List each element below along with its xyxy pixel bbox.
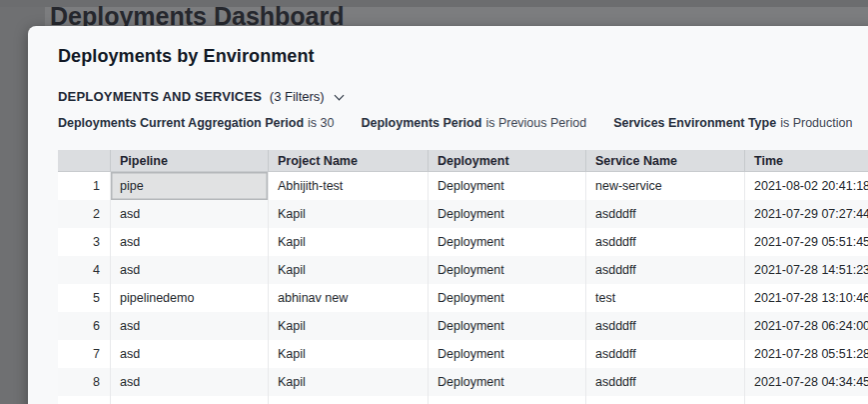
cell-time[interactable]: 2021-08-02 20:41:18 [744,172,868,200]
cell-project[interactable]: Kapil [268,312,428,340]
filter-chip[interactable]: Services Environment Typeis Production [613,116,852,130]
cell-project[interactable]: Kapil [268,340,428,368]
row-number-cell[interactable]: 7 [58,340,110,368]
filter-name: Services Environment Type [613,116,776,130]
table-body: 1pipeAbhijith-testDeploymentnew-service2… [58,172,868,404]
cell-time[interactable]: 2021-07-28 04:34:45 [744,396,868,404]
cell-time[interactable]: 2021-07-28 14:51:23 [744,256,868,284]
table-row[interactable]: 7asdKapilDeploymentasdddff2021-07-28 05:… [58,340,868,368]
table-row[interactable]: 3asdKapilDeploymentasdddff2021-07-29 05:… [58,228,868,256]
row-number-cell[interactable]: 5 [58,284,110,312]
cell-deployment[interactable]: Deployment [428,200,585,228]
active-filters-row: Deployments Current Aggregation Periodis… [58,116,852,130]
cell-deployment[interactable]: Deployment [428,284,585,312]
column-header-service[interactable]: Service Name [585,150,744,172]
filters-header-toggle[interactable]: DEPLOYMENTS AND SERVICES (3 Filters) [58,89,343,104]
row-number-cell[interactable]: 3 [58,228,110,256]
filters-count-label: (3 Filters) [270,89,325,104]
cell-time[interactable]: 2021-07-29 05:51:45 [744,228,868,256]
cell-deployment[interactable]: Deployment [428,228,585,256]
cell-pipeline[interactable]: asd [110,396,268,404]
cell-time[interactable]: 2021-07-28 13:10:46 [744,284,868,312]
cell-pipeline[interactable]: asd [110,228,268,256]
cell-pipeline[interactable]: asd [110,256,268,284]
cell-service[interactable]: asdddff [585,228,744,256]
filter-condition: is Previous Period [485,116,586,130]
cell-time[interactable]: 2021-07-28 05:51:28 [744,340,868,368]
table-row[interactable]: 4asdKapilDeploymentasdddff2021-07-28 14:… [58,256,868,284]
modal-title: Deployments by Environment [58,46,315,67]
cell-project[interactable]: Abhijith-test [268,172,428,200]
row-number-cell[interactable]: 9 [58,396,110,404]
row-number-cell[interactable]: 8 [58,368,110,396]
cell-deployment[interactable]: Deployment [428,368,585,396]
cell-deployment[interactable]: Deployment [428,396,585,404]
cell-service[interactable]: test [585,284,744,312]
cell-time[interactable]: 2021-07-28 06:24:00 [744,312,868,340]
cell-service[interactable]: asdddff [585,368,744,396]
deployments-by-environment-modal: Deployments by Environment DEPLOYMENTS A… [28,26,868,404]
cell-service[interactable]: new-service [585,172,744,200]
filter-chip[interactable]: Deployments Current Aggregation Periodis… [58,116,335,130]
table-row[interactable]: 8asdKapilDeploymentasdddff2021-07-28 04:… [58,368,868,396]
column-header-project[interactable]: Project Name [268,150,428,172]
filter-condition: is 30 [308,116,334,130]
deployments-table: PipelineProject NameDeploymentService Na… [58,150,868,404]
cell-service[interactable]: asdddff [585,340,744,368]
table-row[interactable]: 1pipeAbhijith-testDeploymentnew-service2… [58,172,868,200]
cell-pipeline[interactable]: pipelinedemo [110,284,268,312]
cell-project[interactable]: abhinav new [268,284,428,312]
filter-name: Deployments Period [362,116,482,130]
cell-project[interactable]: Kapil [268,256,428,284]
cell-project[interactable]: Kapil [268,200,428,228]
cell-deployment[interactable]: Deployment [428,340,585,368]
cell-service[interactable]: asdddff [585,256,744,284]
cell-project[interactable]: Kapil [268,368,428,396]
row-number-cell[interactable]: 6 [58,312,110,340]
cell-time[interactable]: 2021-07-29 07:27:44 [744,200,868,228]
filter-chip[interactable]: Deployments Periodis Previous Period [362,116,587,130]
column-header-time[interactable]: Time [744,150,868,172]
cell-service[interactable]: asdddff [585,312,744,340]
filter-condition: is Production [780,116,852,130]
table-row[interactable]: 5pipelinedemoabhinav newDeploymenttest20… [58,284,868,312]
selected-cell-pipeline[interactable]: pipe [110,172,268,200]
chevron-down-icon[interactable] [335,91,345,101]
cell-deployment[interactable]: Deployment [428,172,585,200]
cell-pipeline[interactable]: asd [110,312,268,340]
cell-project[interactable]: Kapil [268,396,428,404]
column-header-deployment[interactable]: Deployment [428,150,585,172]
table-row[interactable]: 9asdKapilDeploymentasdddff2021-07-28 04:… [58,396,868,404]
row-number-header[interactable] [58,150,110,172]
cell-pipeline[interactable]: asd [110,200,268,228]
row-number-cell[interactable]: 2 [58,200,110,228]
cell-project[interactable]: Kapil [268,228,428,256]
cell-service[interactable]: asdddff [585,200,744,228]
row-number-cell[interactable]: 1 [58,172,110,200]
cell-pipeline[interactable]: asd [110,368,268,396]
cell-deployment[interactable]: Deployment [428,256,585,284]
cell-service[interactable]: asdddff [585,396,744,404]
cell-pipeline[interactable]: asd [110,340,268,368]
cell-deployment[interactable]: Deployment [428,312,585,340]
filters-header-label: DEPLOYMENTS AND SERVICES [58,89,262,104]
table-row[interactable]: 2asdKapilDeploymentasdddff2021-07-29 07:… [58,200,868,228]
column-header-pipeline[interactable]: Pipeline [110,150,268,172]
row-number-cell[interactable]: 4 [58,256,110,284]
table-row[interactable]: 6asdKapilDeploymentasdddff2021-07-28 06:… [58,312,868,340]
table-header-row: PipelineProject NameDeploymentService Na… [58,150,868,172]
cell-time[interactable]: 2021-07-28 04:34:45 [744,368,868,396]
filter-name: Deployments Current Aggregation Period [58,116,304,130]
